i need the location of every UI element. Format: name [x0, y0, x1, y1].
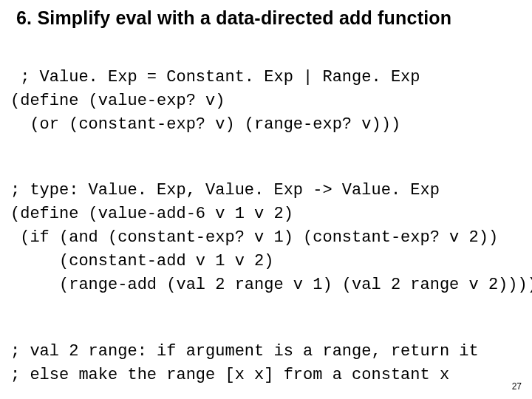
code-block-3: ; val 2 range: if argument is a range, r…	[10, 316, 526, 387]
code-line: ; else make the range [x x] from a const…	[10, 366, 449, 384]
code-line: ; Value. Exp = Constant. Exp | Range. Ex…	[10, 68, 420, 86]
code-line: (or (constant-exp? v) (range-exp? v)))	[10, 115, 400, 134]
code-line: (if (and (constant-exp? v 1) (constant-e…	[10, 228, 498, 247]
code-line: (define (value-exp? v)	[10, 92, 225, 110]
code-block-1: ; Value. Exp = Constant. Exp | Range. Ex…	[10, 42, 526, 137]
page-number: 27	[512, 381, 522, 392]
code-line: (range-add (val 2 range v 1) (val 2 rang…	[10, 276, 532, 294]
slide-title: 6. Simplify eval with a data-directed ad…	[16, 7, 526, 29]
code-line: (constant-add v 1 v 2)	[10, 252, 273, 270]
code-line: (define (value-add-6 v 1 v 2)	[10, 205, 293, 223]
code-block-2: ; type: Value. Exp, Value. Exp -> Value.…	[10, 156, 526, 297]
code-line: ; val 2 range: if argument is a range, r…	[10, 342, 479, 361]
code-line: ; type: Value. Exp, Value. Exp -> Value.…	[10, 181, 440, 200]
